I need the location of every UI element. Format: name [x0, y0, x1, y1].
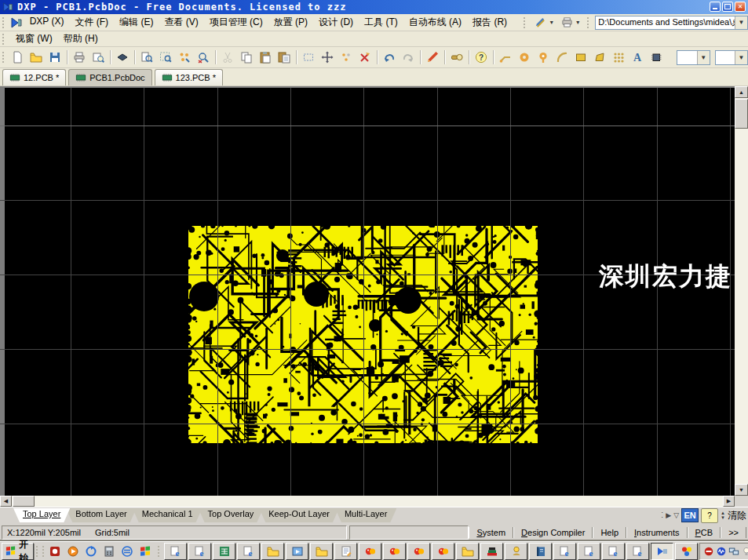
panel-button[interactable]: PCB — [688, 527, 721, 538]
save-icon[interactable] — [46, 48, 64, 67]
menu-item[interactable]: 报告 (R) — [467, 15, 513, 30]
toolbar-grip[interactable] — [2, 34, 8, 45]
chevron-down-icon[interactable]: ▼ — [735, 51, 747, 64]
taskbar-window-wang[interactable] — [359, 543, 381, 560]
taskbar-window-ie-doc[interactable]: e — [237, 543, 260, 560]
taskbar-grip[interactable] — [42, 546, 44, 557]
toolbar-combo-1[interactable]: ▼ — [677, 50, 710, 65]
paste-icon[interactable] — [256, 48, 275, 67]
dropdown-arrow-icon[interactable]: ▾ — [576, 19, 579, 26]
print-preview-icon[interactable] — [89, 48, 108, 67]
component-icon[interactable] — [647, 48, 666, 67]
close-icon[interactable]: ✕ — [735, 2, 746, 12]
toolbar-grip[interactable] — [524, 17, 529, 28]
layer-tab[interactable]: Bottom Layer — [66, 508, 136, 522]
menu-item[interactable]: 项目管理 (C) — [204, 15, 268, 30]
via-icon[interactable] — [534, 48, 553, 67]
taskbar-window-wang[interactable] — [383, 543, 406, 560]
menu-item[interactable]: 帮助 (H) — [58, 31, 104, 46]
print-icon[interactable] — [70, 48, 89, 67]
toolbar-grip[interactable] — [2, 52, 5, 63]
zoom-points-icon[interactable] — [175, 48, 194, 67]
scroll-up-icon[interactable]: ▲ — [735, 86, 748, 98]
unselect-icon[interactable] — [337, 48, 356, 67]
wiring-tools-button[interactable] — [531, 13, 550, 32]
mask-level-icon[interactable]: ⁚ — [661, 511, 663, 519]
tray-red[interactable] — [703, 546, 714, 557]
array-icon[interactable] — [609, 48, 628, 67]
dxp-logo-icon[interactable] — [10, 16, 24, 29]
paste-array-icon[interactable] — [275, 48, 294, 67]
taskbar-window-dxp[interactable] — [651, 543, 673, 560]
taskbar-grip[interactable] — [36, 546, 38, 557]
arc-icon[interactable] — [553, 48, 571, 67]
start-button[interactable]: 开始 — [2, 543, 34, 560]
scroll-right-icon[interactable]: ▶ — [723, 496, 735, 507]
taskbar-window-book[interactable] — [529, 543, 552, 560]
toolbar-combo-2[interactable]: ▼ — [715, 50, 748, 65]
menu-item[interactable]: 自动布线 (A) — [403, 15, 467, 30]
zoom-clear-icon[interactable] — [194, 48, 213, 67]
taskbar-window-media[interactable] — [286, 543, 308, 560]
clear-x-icon[interactable] — [356, 48, 374, 67]
redo-icon[interactable] — [399, 48, 418, 67]
search-icon[interactable] — [447, 48, 466, 67]
layer-tab[interactable]: Keep-Out Layer — [259, 508, 339, 522]
move-icon[interactable] — [318, 48, 337, 67]
taskbar-window-books[interactable] — [480, 543, 503, 560]
panel-button[interactable]: Design Compiler — [513, 527, 593, 538]
route-icon[interactable] — [496, 48, 515, 67]
menu-item[interactable]: DXP (X) — [24, 15, 70, 30]
filter-icon[interactable]: ▽ — [673, 511, 679, 519]
new-doc-icon[interactable] — [8, 48, 27, 67]
menu-item[interactable]: 编辑 (E) — [114, 15, 159, 30]
menu-item[interactable]: 设计 (D) — [313, 15, 359, 30]
board-icon[interactable] — [113, 48, 132, 67]
tray-net[interactable] — [728, 546, 739, 557]
vertical-scroll-thumb[interactable] — [735, 99, 748, 129]
taskbar-window-hand[interactable] — [505, 543, 527, 560]
clear-label[interactable]: 清除 — [728, 509, 746, 522]
sync-icon[interactable] — [82, 544, 99, 559]
language-help-button[interactable]: ? — [701, 508, 718, 523]
taskbar-window-wang[interactable] — [407, 543, 430, 560]
taskbar-window-wang[interactable] — [432, 543, 454, 560]
layer-tab[interactable]: Top Layer — [13, 508, 70, 522]
undo-icon[interactable] — [380, 48, 399, 67]
taskbar-window-ie-doc[interactable]: e — [578, 543, 600, 560]
wmp-icon[interactable] — [64, 544, 81, 559]
calc-icon[interactable] — [100, 544, 117, 559]
select-rect-icon[interactable] — [299, 48, 318, 67]
taskbar-grip[interactable] — [158, 546, 159, 557]
taskbar-window-ie-doc[interactable]: e — [188, 543, 211, 560]
spinner-icon[interactable]: ▲▼ — [721, 511, 725, 520]
scroll-left-icon[interactable]: ◀ — [0, 496, 12, 507]
panel-button[interactable]: System — [469, 527, 513, 538]
document-tab[interactable]: 12.PCB * — [2, 69, 66, 85]
vertical-scrollbar[interactable]: ▲ ▼ — [735, 86, 748, 496]
minimize-icon[interactable] — [710, 2, 721, 12]
menu-item[interactable]: 视窗 (W) — [10, 31, 58, 46]
copy-icon[interactable] — [237, 48, 256, 67]
document-tab[interactable]: 123.PCB * — [155, 69, 223, 85]
polygon-icon[interactable] — [590, 48, 609, 67]
panel-button[interactable]: Help — [593, 527, 626, 538]
menu-item[interactable]: 工具 (T) — [359, 15, 403, 30]
layer-tab[interactable]: Multi-Layer — [335, 508, 396, 522]
language-indicator[interactable]: EN — [681, 508, 699, 522]
open-folder-icon[interactable] — [27, 48, 46, 67]
toolbar-grip[interactable] — [587, 17, 593, 28]
chevron-down-icon[interactable]: ▼ — [697, 51, 710, 64]
pad-icon[interactable] — [515, 48, 534, 67]
menu-item[interactable]: 查看 (V) — [159, 15, 203, 30]
brush-icon[interactable] — [423, 48, 442, 67]
taskbar-window-folder[interactable] — [310, 543, 333, 560]
taskbar-window-game[interactable] — [675, 543, 698, 560]
taskbar-window-folder[interactable] — [456, 543, 479, 560]
dropdown-arrow-icon[interactable]: ▾ — [550, 19, 553, 26]
pcb-editor-canvas[interactable]: 深圳宏力捷 — [0, 86, 735, 496]
scroll-down-icon[interactable]: ▼ — [735, 484, 748, 496]
zoom-doc-icon[interactable] — [137, 48, 156, 67]
cut-icon[interactable] — [218, 48, 237, 67]
help-icon[interactable]: ? — [472, 48, 491, 67]
